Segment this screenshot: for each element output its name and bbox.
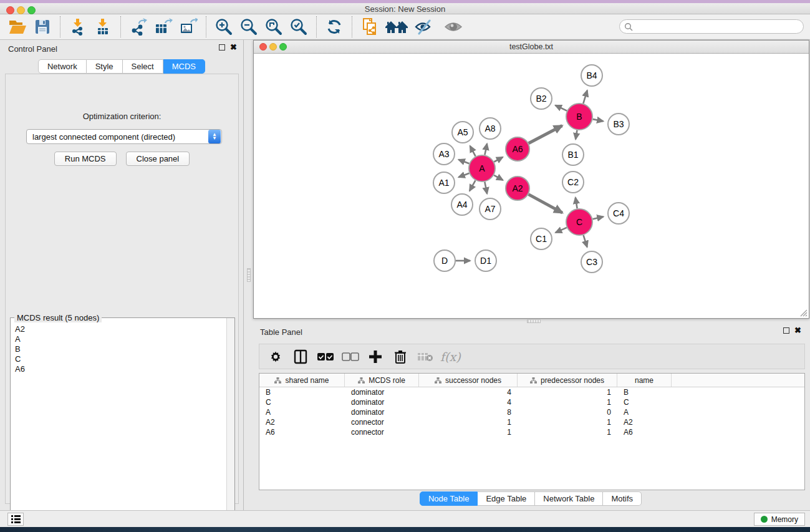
node-table[interactable]: shared nameMCDS rolesuccessor nodesprede… [259,373,805,490]
table-row[interactable]: Adominator80A [259,407,804,417]
result-list-item[interactable]: A2 [15,324,226,334]
function-builder-icon[interactable]: f(x) [440,350,461,364]
table-cell[interactable]: connector [345,418,419,427]
export-network-icon[interactable] [126,16,151,38]
table-cell[interactable]: C [617,398,672,407]
open-file-icon[interactable] [5,16,30,38]
table-cell[interactable]: A2 [259,418,345,427]
float-panel-icon[interactable] [219,44,225,51]
table-row[interactable]: Bdominator41B [259,387,804,397]
show-all-icon[interactable] [438,16,468,38]
graph-edge-A2-C[interactable] [529,195,562,213]
column-header-name[interactable]: name [617,374,672,387]
tab-network-table[interactable]: Network Table [535,491,603,506]
tab-edge-table[interactable]: Edge Table [478,491,535,506]
table-cell[interactable]: A6 [259,428,345,437]
tab-select[interactable]: Select [123,59,163,74]
save-session-icon[interactable] [30,16,55,38]
graph-edge-C-C1[interactable] [556,228,567,233]
toggle-columns-icon[interactable] [289,346,312,367]
table-row[interactable]: Cdominator41C [259,397,804,407]
import-network-icon[interactable] [65,16,90,38]
result-list-item[interactable]: C [15,354,226,364]
column-header-successor-nodes[interactable]: successor nodes [419,374,518,387]
graph-edge-A-A3[interactable] [458,160,469,163]
result-list-item[interactable]: A6 [15,364,226,374]
table-cell[interactable]: 8 [419,408,518,417]
import-table-icon[interactable] [90,16,115,38]
add-column-icon[interactable] [364,346,387,367]
graph-edge-B-B2[interactable] [556,105,567,111]
delete-table-icon[interactable] [414,346,436,367]
result-list-item[interactable]: A [15,334,226,344]
table-cell[interactable]: 1 [518,398,617,407]
tab-style[interactable]: Style [87,59,123,74]
delete-column-icon[interactable] [389,346,412,367]
table-cell[interactable]: C [259,398,345,407]
table-cell[interactable]: A [259,408,345,417]
memory-button[interactable]: Memory [754,513,805,526]
close-table-panel-icon[interactable]: ✖ [794,327,801,334]
close-panel-button[interactable]: Close panel [126,152,190,166]
graph-edge-A-A5[interactable] [470,146,476,157]
zoom-fit-icon[interactable] [261,16,286,38]
table-cell[interactable]: 1 [518,418,617,427]
table-cell[interactable]: 1 [419,428,518,437]
column-header-predecessor-nodes[interactable]: predecessor nodes [518,374,617,387]
table-cell[interactable]: A2 [617,418,672,427]
zoom-selected-icon[interactable] [286,16,311,38]
graph-edge-B-B1[interactable] [576,130,577,140]
table-cell[interactable]: 1 [419,418,518,427]
zoom-in-icon[interactable] [211,16,236,38]
table-cell[interactable]: A6 [617,428,672,437]
refresh-icon[interactable] [322,16,347,38]
graph-edge-B-B3[interactable] [593,119,604,121]
unselect-all-columns-icon[interactable] [339,346,362,367]
run-mcds-button[interactable]: Run MCDS [54,152,117,166]
graph-edge-A-A7[interactable] [485,182,487,194]
graph-edge-A-A2[interactable] [494,175,503,180]
zoom-out-icon[interactable] [236,16,261,38]
graph-edge-A-A1[interactable] [458,173,469,177]
graph-edge-A-A8[interactable] [485,143,487,155]
column-header-MCDS-role[interactable]: MCDS role [345,374,419,387]
export-image-icon[interactable] [176,16,201,38]
graph-edge-A6-B[interactable] [529,125,562,143]
tab-mcds[interactable]: MCDS [163,59,205,74]
column-header-shared-name[interactable]: shared name [259,374,345,387]
graph-edge-B-B4[interactable] [583,90,587,104]
window-resize-grip[interactable] [799,308,808,317]
network-canvas[interactable]: B4B2BB3A5A8A6B1A3AA1C2A2A4A7C4CC1C3DD1 [254,54,808,318]
close-panel-icon[interactable]: ✖ [230,44,237,51]
table-cell[interactable]: 4 [419,398,518,407]
table-cell[interactable]: connector [345,428,419,437]
table-cell[interactable]: A [617,408,672,417]
table-row[interactable]: A6connector11A6 [259,427,804,437]
panel-split-handle-vertical[interactable] [247,268,251,282]
home-layout-icon[interactable] [382,16,411,38]
export-table-icon[interactable] [151,16,176,38]
settings-gear-icon[interactable] [264,346,287,367]
table-cell[interactable]: 4 [419,388,518,397]
network-window-titlebar[interactable]: testGlobe.txt [254,41,809,54]
result-list-item[interactable]: B [15,344,226,354]
table-cell[interactable]: dominator [345,388,419,397]
criterion-select[interactable]: largest connected component (directed) ▲… [26,129,222,144]
graph-edge-C-C2[interactable] [576,198,577,209]
table-cell[interactable]: 1 [518,428,617,437]
graph-edge-C-C4[interactable] [592,216,603,219]
table-cell[interactable]: dominator [345,398,419,407]
table-cell[interactable]: B [259,388,345,397]
tab-node-table[interactable]: Node Table [420,491,478,506]
result-scrollbar[interactable] [226,318,234,530]
table-row[interactable]: A2connector11A2 [259,417,804,427]
table-cell[interactable]: 1 [518,388,617,397]
graph-edge-A-A4[interactable] [470,180,475,191]
task-history-button[interactable] [7,513,24,526]
graph-edge-C-C3[interactable] [584,235,587,247]
table-cell[interactable]: B [617,388,672,397]
float-table-panel-icon[interactable] [783,327,789,334]
select-all-columns-icon[interactable] [314,346,337,367]
tab-motifs[interactable]: Motifs [603,491,642,506]
table-cell[interactable]: 0 [518,408,617,417]
